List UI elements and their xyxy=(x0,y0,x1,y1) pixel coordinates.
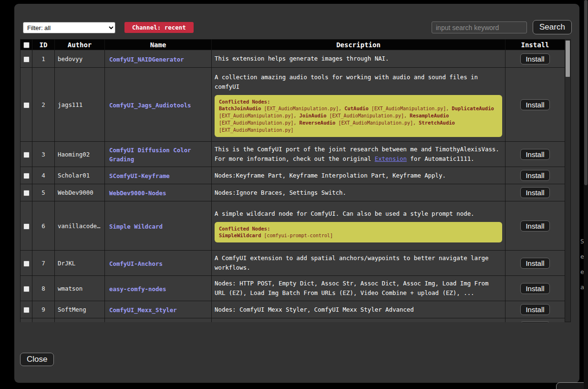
install-cell: Install xyxy=(505,68,565,142)
install-cell: Install xyxy=(505,318,565,323)
author-cell: zcfrank1st xyxy=(55,318,105,323)
table-scrollbar[interactable] xyxy=(565,39,571,322)
row-checkbox[interactable] xyxy=(23,173,30,179)
install-button[interactable]: Install xyxy=(520,170,549,181)
install-button[interactable]: Install xyxy=(520,221,549,231)
conflict-node-name: SimpleWildcard xyxy=(219,232,261,238)
conflict-node-source: [EXT_AudioManipulation.py], xyxy=(369,106,452,111)
conflict-title: Conflicted Nodes: xyxy=(219,225,498,232)
id-cell: 4 xyxy=(32,167,55,184)
install-cell: Install xyxy=(505,167,565,184)
install-button[interactable]: Install xyxy=(520,149,549,160)
name-cell: Simple Wildcard xyxy=(105,201,212,251)
table-row: 1bedovyyComfyUI_NAIDGeneratorThis extens… xyxy=(21,50,565,68)
extension-name-link[interactable]: WebDev9000-Nodes xyxy=(109,189,166,197)
background-partial-button[interactable] xyxy=(556,382,588,389)
conflict-node-source: [EXT_AudioManipulation.py], xyxy=(219,120,299,126)
extension-name-link[interactable]: ComfyUI_Mexx_Styler xyxy=(109,306,177,314)
install-button[interactable]: Install xyxy=(520,53,549,64)
conflict-list: BatchJoinAudio [EXT_AudioManipulation.py… xyxy=(219,105,498,134)
install-button[interactable]: Install xyxy=(520,283,549,294)
extension-name-link[interactable]: easy-comfy-nodes xyxy=(109,285,166,293)
extension-name-link[interactable]: SComfyUI-Keyframe xyxy=(109,172,170,179)
checkbox-cell xyxy=(21,276,32,301)
select-all-checkbox[interactable] xyxy=(23,42,30,48)
row-checkbox[interactable] xyxy=(23,56,30,63)
conflict-node-source: [EXT_AudioManipulation.py], xyxy=(326,113,410,118)
description-header: Description xyxy=(212,40,505,50)
name-cell: ComfyUI_Mexx_Styler xyxy=(105,301,212,318)
description-link[interactable]: Extension xyxy=(375,155,407,162)
page-scrollbar[interactable] xyxy=(584,0,588,389)
description-cell: This extension helps generate images thr… xyxy=(212,50,505,68)
description-cell: Nodes:Ignore Braces, Settings Switch. xyxy=(212,184,505,201)
checkbox-cell xyxy=(21,201,32,251)
select-all-header-cell xyxy=(21,40,32,50)
channel-badge: Channel: recent xyxy=(124,22,194,33)
search-button[interactable]: Search xyxy=(533,20,572,34)
extension-table-body: 1bedovyyComfyUI_NAIDGeneratorThis extens… xyxy=(21,50,565,323)
name-cell: SComfyUI-Keyframe xyxy=(105,167,212,184)
table-scrollbar-thumb[interactable] xyxy=(566,41,570,77)
page-scrollbar-thumb[interactable] xyxy=(584,0,588,185)
install-button[interactable]: Install xyxy=(520,258,549,269)
description-text: A simple wildcard node for ComfyUI. Can … xyxy=(215,210,475,217)
name-cell: ComfyUI-Anchors xyxy=(105,251,212,276)
author-cell: Haoming02 xyxy=(55,142,105,167)
table-row: 5WebDev9000WebDev9000-NodesNodes:Ignore … xyxy=(21,184,565,201)
row-checkbox[interactable] xyxy=(23,286,30,292)
conflict-warning: Conflicted Nodes:SimpleWildcard [comfyui… xyxy=(215,222,502,242)
name-cell: ComfyUI Yolov8 xyxy=(105,318,212,323)
extension-name-link[interactable]: ComfyUI Diffusion Color Grading xyxy=(109,147,191,163)
table-row: 4Scholar01SComfyUI-KeyframeNodes:Keyfram… xyxy=(21,167,565,184)
description-cell: This is the ComfyUI port of the joint re… xyxy=(212,142,505,167)
checkbox-cell xyxy=(21,301,32,318)
extension-name-link[interactable]: ComfyUI_NAIDGenerator xyxy=(109,56,184,63)
search-input[interactable] xyxy=(432,21,527,33)
filter-select[interactable]: Filter: all xyxy=(23,22,115,33)
table-row: 3Haoming02ComfyUI Diffusion Color Gradin… xyxy=(21,142,565,167)
install-button[interactable]: Install xyxy=(520,187,549,198)
row-checkbox[interactable] xyxy=(23,261,30,267)
install-cell: Install xyxy=(505,142,565,167)
author-cell: Scholar01 xyxy=(55,167,105,184)
checkbox-cell xyxy=(21,50,32,68)
name-cell: ComfyUI_NAIDGenerator xyxy=(105,50,212,68)
id-cell: 10 xyxy=(32,318,55,323)
table-row: 7DrJKLComfyUI-AnchorsA ComfyUI extension… xyxy=(21,251,565,276)
name-cell: easy-comfy-nodes xyxy=(105,276,212,301)
table-header-row: ID Author Name Description Install xyxy=(21,40,565,50)
install-button[interactable]: Install xyxy=(520,304,549,315)
extension-table-container: ID Author Name Description Install 1bedo… xyxy=(20,39,571,322)
checkbox-cell xyxy=(21,68,32,142)
row-checkbox[interactable] xyxy=(23,307,30,313)
conflict-title: Conflicted Nodes: xyxy=(219,98,498,105)
table-row: 6vanillacode314Simple WildcardA simple w… xyxy=(21,201,565,251)
description-text: Nodes:Keyframe Part, Keyframe Interpolat… xyxy=(215,172,446,179)
extension-name-link[interactable]: ComfyUI_Jags_Audiotools xyxy=(109,102,191,109)
extension-name-link[interactable]: ComfyUI-Anchors xyxy=(109,260,163,267)
row-checkbox[interactable] xyxy=(23,223,30,230)
install-button[interactable]: Install xyxy=(520,99,549,110)
id-cell: 1 xyxy=(32,50,55,68)
close-button[interactable]: Close xyxy=(20,353,54,366)
row-checkbox[interactable] xyxy=(23,190,30,196)
conflict-node-source: [EXT_AudioManipulation.py] xyxy=(219,127,294,133)
name-cell: WebDev9000-Nodes xyxy=(105,184,212,201)
checkbox-cell xyxy=(21,251,32,276)
install-cell: Install xyxy=(505,184,565,201)
description-text: Nodes: HTTP POST, Empty Dict, Assoc Str,… xyxy=(215,280,488,296)
page-background: Filter: all Channel: recent Search ID Au… xyxy=(0,0,588,389)
conflict-node-name: CutAudio xyxy=(344,105,369,111)
install-header: Install xyxy=(505,40,565,50)
table-row: 10zcfrank1stComfyUI Yolov8Nodes: Yolov8D… xyxy=(21,318,565,323)
id-cell: 9 xyxy=(32,301,55,318)
conflict-node-name: DuplicateAudio xyxy=(452,105,494,111)
extension-table: ID Author Name Description Install 1bedo… xyxy=(20,39,565,322)
extension-name-link[interactable]: Simple Wildcard xyxy=(109,223,163,230)
install-button[interactable]: Install xyxy=(520,321,549,322)
custom-nodes-dialog: Filter: all Channel: recent Search ID Au… xyxy=(14,4,579,383)
row-checkbox[interactable] xyxy=(23,102,30,108)
author-cell: vanillacode314 xyxy=(55,201,105,251)
row-checkbox[interactable] xyxy=(23,152,30,158)
